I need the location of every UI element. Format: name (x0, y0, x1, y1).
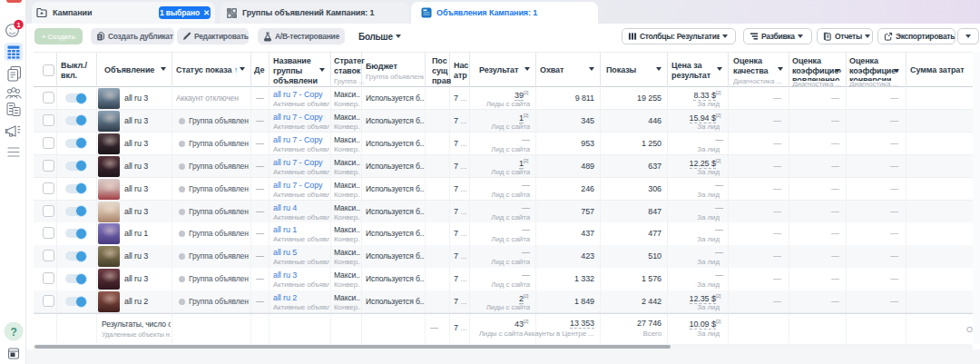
svg-text:?: ? (10, 326, 16, 339)
svg-text:1: 1 (16, 21, 20, 29)
